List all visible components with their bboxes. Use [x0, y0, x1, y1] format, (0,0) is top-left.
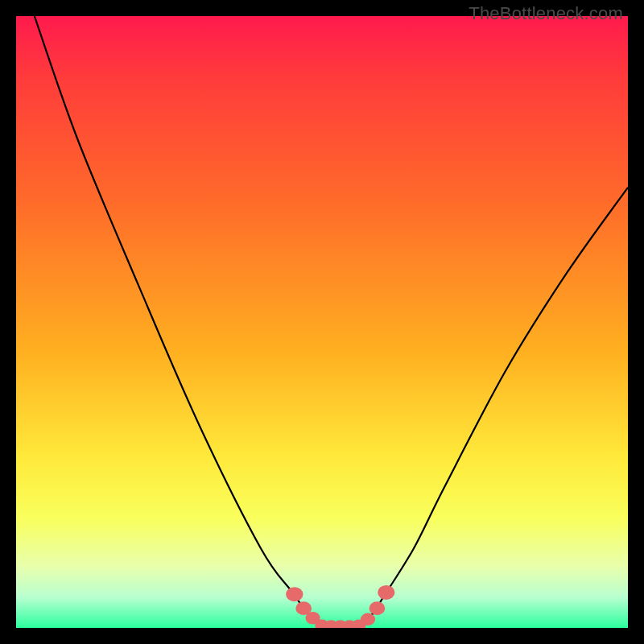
- curve-marker: [361, 613, 375, 626]
- chart-markers: [286, 585, 394, 628]
- bottleneck-curve: [35, 16, 628, 628]
- curve-marker: [378, 585, 394, 600]
- chart-svg: [16, 16, 628, 628]
- chart-plot-area: [16, 16, 628, 628]
- attribution-label: TheBottleneck.com: [469, 3, 623, 24]
- curve-marker: [369, 601, 386, 615]
- curve-marker: [286, 587, 303, 601]
